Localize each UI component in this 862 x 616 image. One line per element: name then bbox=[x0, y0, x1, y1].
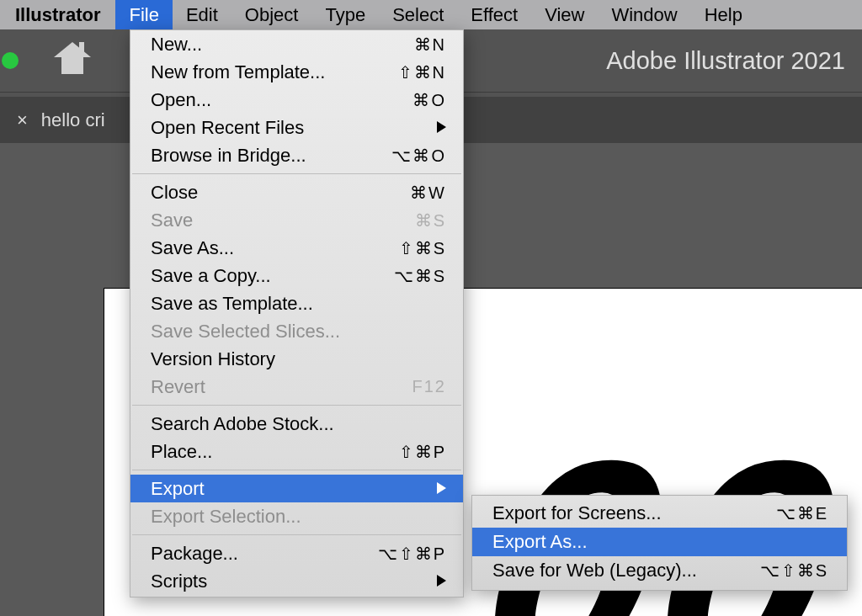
menu-item-shortcut: ⌘W bbox=[410, 183, 446, 203]
menu-item-label: Version History bbox=[151, 348, 275, 370]
menu-item-browse-in-bridge[interactable]: Browse in Bridge...⌥⌘O bbox=[130, 141, 463, 169]
menubar-item-select[interactable]: Select bbox=[379, 0, 457, 29]
menu-item-shortcut: ⌘S bbox=[415, 210, 446, 231]
menu-item-new[interactable]: New...⌘N bbox=[130, 30, 463, 58]
menu-item-label: Save a Copy... bbox=[151, 265, 271, 287]
menu-item-save: Save⌘S bbox=[130, 206, 463, 234]
menu-item-label: Save As... bbox=[151, 237, 234, 259]
menu-item-open-recent-files[interactable]: Open Recent Files bbox=[130, 114, 463, 141]
menu-item-label: Browse in Bridge... bbox=[151, 145, 306, 167]
menu-item-label: Open Recent Files bbox=[151, 117, 304, 139]
submenu-arrow-icon bbox=[437, 118, 446, 137]
menubar-item-effect[interactable]: Effect bbox=[457, 0, 531, 29]
document-tab-label[interactable]: hello cri bbox=[41, 109, 105, 131]
menu-separator bbox=[132, 470, 461, 470]
menu-item-version-history[interactable]: Version History bbox=[130, 345, 463, 373]
menubar-item-object[interactable]: Object bbox=[231, 0, 312, 29]
menu-item-open[interactable]: Open...⌘O bbox=[130, 86, 463, 114]
menu-item-shortcut: ⌘N bbox=[414, 35, 446, 55]
menu-item-save-a-copy[interactable]: Save a Copy...⌥⌘S bbox=[130, 262, 463, 289]
menu-item-search-adobe-stock[interactable]: Search Adobe Stock... bbox=[130, 410, 463, 438]
menu-item-shortcut: ⌥⇧⌘S bbox=[760, 560, 828, 581]
menu-item-label: Package... bbox=[151, 543, 238, 565]
menubar-item-window[interactable]: Window bbox=[598, 0, 690, 29]
menu-item-shortcut: ⌘O bbox=[412, 90, 446, 110]
submenu-item-export-for-screens[interactable]: Export for Screens...⌥⌘E bbox=[472, 499, 847, 528]
menu-item-label: Save as Template... bbox=[151, 293, 313, 315]
menubar-item-edit[interactable]: Edit bbox=[173, 0, 231, 29]
menu-item-shortcut: ⇧⌘N bbox=[398, 62, 446, 82]
menu-item-label: Save bbox=[151, 210, 193, 231]
close-icon[interactable]: × bbox=[17, 109, 28, 131]
menu-item-new-from-template[interactable]: New from Template...⇧⌘N bbox=[130, 58, 463, 86]
menu-item-save-selected-slices: Save Selected Slices... bbox=[130, 317, 463, 345]
menubar-item-help[interactable]: Help bbox=[691, 0, 756, 29]
menubar-item-file[interactable]: File bbox=[115, 0, 172, 29]
menu-item-label: Export for Screens... bbox=[492, 502, 662, 524]
home-icon[interactable] bbox=[52, 40, 93, 81]
menu-item-shortcut: ⌥⌘O bbox=[391, 146, 446, 166]
menu-item-shortcut: ⌥⇧⌘P bbox=[378, 544, 446, 564]
menu-item-label: Save for Web (Legacy)... bbox=[492, 560, 697, 581]
submenu-item-save-for-web-legacy[interactable]: Save for Web (Legacy)...⌥⇧⌘S bbox=[472, 556, 847, 585]
submenu-arrow-icon bbox=[437, 479, 446, 498]
menubar-item-view[interactable]: View bbox=[531, 0, 598, 29]
menu-separator bbox=[132, 173, 461, 174]
menu-item-label: Revert bbox=[151, 376, 205, 398]
app-title: Adobe Illustrator 2021 bbox=[606, 29, 845, 93]
menu-item-save-as-template[interactable]: Save as Template... bbox=[130, 289, 463, 317]
menu-item-shortcut: ⌥⌘S bbox=[394, 266, 446, 286]
menu-item-label: Search Adobe Stock... bbox=[151, 413, 334, 435]
menu-item-place[interactable]: Place...⇧⌘P bbox=[130, 438, 463, 465]
window-maximize-dot-icon[interactable] bbox=[2, 52, 19, 69]
menubar-app-name: Illustrator bbox=[0, 0, 115, 29]
menu-item-shortcut: ⌥⌘E bbox=[776, 503, 828, 523]
menu-item-package[interactable]: Package...⌥⇧⌘P bbox=[130, 539, 463, 567]
menu-item-label: Export bbox=[151, 478, 205, 500]
menu-item-label: Export As... bbox=[492, 531, 588, 553]
menu-item-label: Open... bbox=[151, 89, 211, 111]
system-menubar: Illustrator FileEditObjectTypeSelectEffe… bbox=[0, 0, 862, 29]
submenu-item-export-as[interactable]: Export As... bbox=[472, 528, 847, 556]
menu-item-revert: RevertF12 bbox=[130, 373, 463, 401]
file-menu-dropdown: New...⌘NNew from Template...⇧⌘NOpen...⌘O… bbox=[130, 29, 464, 597]
menu-separator bbox=[132, 534, 461, 535]
submenu-arrow-icon bbox=[437, 571, 446, 591]
menu-item-shortcut: F12 bbox=[412, 377, 446, 396]
menu-item-label: Close bbox=[151, 182, 198, 204]
menu-item-label: Export Selection... bbox=[151, 506, 301, 528]
menu-item-label: Place... bbox=[151, 441, 212, 463]
menu-item-save-as[interactable]: Save As...⇧⌘S bbox=[130, 234, 463, 262]
menu-item-label: New... bbox=[151, 34, 202, 56]
menu-item-export-selection: Export Selection... bbox=[130, 502, 463, 530]
menu-item-scripts[interactable]: Scripts bbox=[130, 567, 463, 595]
menu-item-close[interactable]: Close⌘W bbox=[130, 178, 463, 206]
menu-item-shortcut: ⇧⌘S bbox=[399, 238, 446, 258]
menubar-item-type[interactable]: Type bbox=[311, 0, 379, 29]
menu-item-shortcut: ⇧⌘P bbox=[399, 442, 446, 462]
menu-item-label: New from Template... bbox=[151, 61, 325, 83]
export-submenu: Export for Screens...⌥⌘EExport As...Save… bbox=[471, 495, 848, 591]
menu-item-export[interactable]: Export bbox=[130, 475, 463, 502]
menu-item-label: Scripts bbox=[151, 571, 207, 592]
menu-separator bbox=[132, 405, 461, 406]
menu-item-label: Save Selected Slices... bbox=[151, 321, 340, 343]
